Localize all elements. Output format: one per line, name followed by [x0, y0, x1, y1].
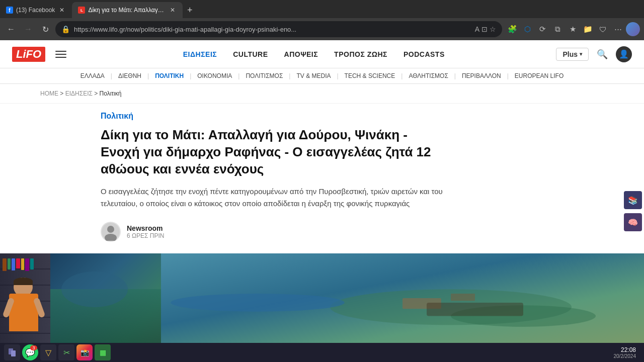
taskbar-clock: 22:08 20/2/2024	[614, 346, 636, 359]
subnav-ellada[interactable]: ΕΛΛΑΔΑ	[74, 72, 111, 79]
tab-facebook-close[interactable]: ✕	[58, 6, 66, 14]
more-tools-icon[interactable]: ⋯	[611, 22, 625, 36]
article-title: Δίκη για το Μάτι: Απαλλαγή για Δούρου, Ψ…	[101, 127, 443, 177]
forward-button[interactable]: →	[21, 22, 35, 36]
nav-podcasts[interactable]: PODCASTS	[404, 50, 445, 58]
history-icon[interactable]: ⟳	[535, 22, 549, 36]
subnav-tech-science[interactable]: TECH & SCIENCE	[339, 72, 401, 79]
tab-lifo[interactable]: L Δίκη για το Μάτι: Απαλλαγή γι... ✕	[72, 2, 183, 18]
instagram-icon: 📸	[80, 348, 89, 356]
tab-lifo-close[interactable]: ✕	[169, 6, 177, 14]
taskbar-files[interactable]	[4, 344, 20, 360]
nav-apopseis[interactable]: ΑΠΟΨΕΙΣ	[284, 50, 318, 58]
editor-icon: ✂	[63, 348, 70, 357]
author-avatar	[101, 222, 121, 242]
article-body: Πολιτική Δίκη για το Μάτι: Απαλλαγή για …	[0, 104, 483, 254]
nav-culture[interactable]: CULTURE	[233, 50, 268, 58]
bookmark-widget[interactable]: 📚	[624, 191, 642, 209]
article-category[interactable]: Πολιτική	[101, 112, 443, 121]
main-navigation: ΕΙΔΗΣΕΙΣ CULTURE ΑΠΟΨΕΙΣ ΤΡΟΠΟΣ ΖΩΗΣ POD…	[71, 50, 556, 58]
back-button[interactable]: ←	[4, 22, 18, 36]
site-header: LiFO ΕΙΔΗΣΕΙΣ CULTURE ΑΠΟΨΕΙΣ ΤΡΟΠΟΣ ΖΩΗ…	[0, 40, 644, 68]
search-button[interactable]: 🔍	[597, 49, 608, 60]
article-time: 6 ΩΡΕΣ ΠΡΙΝ	[127, 232, 164, 239]
user-button[interactable]: 👤	[616, 46, 632, 62]
breadcrumb: HOME > ΕΙΔΗΣΕΙΣ > Πολιτική	[0, 84, 644, 104]
subnav-diethni[interactable]: ΔΙΕΘΝΗ	[112, 72, 147, 79]
article-image	[161, 253, 644, 343]
taskbar-whatsapp[interactable]: 💬 3	[22, 344, 38, 360]
right-navigation: Plus ▾ 🔍 👤	[556, 46, 632, 62]
svg-point-8	[171, 294, 345, 312]
breadcrumb-section[interactable]: ΕΙΔΗΣΕΙΣ	[65, 90, 93, 97]
profile-button[interactable]	[626, 22, 640, 36]
favorites-icon[interactable]: ★	[566, 22, 580, 36]
taskbar-time: 22:08	[621, 346, 636, 353]
browser-essentials-icon[interactable]: 🛡	[596, 22, 610, 36]
article-meta: Newsroom 6 ΩΡΕΣ ΠΡΙΝ	[101, 222, 443, 242]
plus-button[interactable]: Plus ▾	[556, 48, 589, 61]
lifo-tab-icon: L	[78, 7, 85, 14]
breadcrumb-current: Πολιτική	[100, 90, 122, 97]
tab-facebook-title: (13) Facebook	[16, 7, 55, 14]
nav-tropos-zois[interactable]: ΤΡΟΠΟΣ ΖΩΗΣ	[334, 50, 387, 58]
edge-icon[interactable]: ⬡	[520, 22, 534, 36]
svg-rect-7	[451, 294, 475, 301]
notes-icon: ▦	[100, 348, 106, 356]
sidebar-widgets: 📚 🧠	[624, 191, 642, 231]
facebook-tab-icon: f	[6, 7, 13, 14]
author-name[interactable]: Newsroom	[127, 224, 164, 232]
website-content: LiFO ΕΙΔΗΣΕΙΣ CULTURE ΑΠΟΨΕΙΣ ΤΡΟΠΟΣ ΖΩΗ…	[0, 40, 644, 254]
subnav-perivallon[interactable]: ΠΕΡΙΒΑΛΛΟΝ	[456, 72, 507, 79]
subnav-politismos[interactable]: ΠΟΛΙΤΙΣΜΟΣ	[239, 72, 289, 79]
collections-icon[interactable]: 📁	[581, 22, 595, 36]
bookmark-widget-icon: 📚	[628, 196, 638, 205]
chevron-down-icon: ▾	[580, 51, 582, 57]
svg-rect-9	[427, 303, 523, 316]
subnav-oikonomia[interactable]: ΟΙΚΟΝΟΜΙΑ	[191, 72, 238, 79]
extensions-icon[interactable]: 🧩	[505, 22, 519, 36]
whatsapp-badge: 3	[30, 345, 37, 350]
ai-widget-icon: 🧠	[628, 218, 638, 227]
bookmark-star-icon[interactable]: ☆	[490, 25, 496, 33]
address-url[interactable]: https://www.lifo.gr/now/politics/diki-gi…	[74, 26, 471, 33]
translate-icon[interactable]: A	[475, 25, 479, 33]
taskbar-date: 20/2/2024	[614, 353, 636, 359]
refresh-button[interactable]: ↻	[38, 22, 52, 36]
taskbar-instagram[interactable]: 📸	[76, 344, 93, 360]
site-logo[interactable]: LiFO	[12, 47, 45, 62]
taskbar-vanguard[interactable]: ▽	[40, 344, 56, 360]
tab-facebook[interactable]: f (13) Facebook ✕	[0, 2, 72, 18]
plus-label: Plus	[562, 50, 578, 58]
vanguard-icon: ▽	[45, 348, 51, 357]
hamburger-menu[interactable]	[53, 45, 71, 63]
taskbar-notes[interactable]: ▦	[95, 344, 111, 360]
sub-navigation: ΕΛΛΑΔΑ | ΔΙΕΘΝΗ | ΠΟΛΙΤΙΚΗ | ΟΙΚΟΝΟΜΙΑ |…	[0, 68, 644, 84]
breadcrumb-home[interactable]: HOME	[40, 90, 58, 97]
tab-lifo-title: Δίκη για το Μάτι: Απαλλαγή γι...	[88, 7, 166, 14]
subnav-athlitismos[interactable]: ΑΘΛΗΤΙΣΜΟΣ	[403, 72, 454, 79]
subnav-tv-media[interactable]: TV & MEDIA	[290, 72, 337, 79]
nav-eidiseis[interactable]: ΕΙΔΗΣΕΙΣ	[183, 50, 217, 58]
article-subtitle: Ο εισαγγελέας ζήτησε την ενοχή πέντε κατ…	[101, 186, 443, 210]
new-tab-button[interactable]: +	[183, 3, 197, 17]
taskbar-editor[interactable]: ✂	[58, 344, 74, 360]
split-screen-icon[interactable]: ⧉	[550, 22, 565, 36]
subnav-european-lifo[interactable]: EUROPEAN LIFO	[509, 72, 570, 79]
video-overlay	[0, 253, 161, 343]
lock-icon: 🔒	[61, 25, 70, 33]
reader-icon[interactable]: ⊡	[481, 25, 488, 33]
svg-point-1	[107, 226, 114, 233]
svg-rect-11	[11, 350, 16, 356]
ai-widget[interactable]: 🧠	[624, 213, 642, 231]
subnav-politiki[interactable]: ΠΟΛΙΤΙΚΗ	[149, 72, 190, 79]
taskbar: 💬 3 ▽ ✂ 📸 ▦ 22:08 20/2/2024	[0, 343, 644, 362]
